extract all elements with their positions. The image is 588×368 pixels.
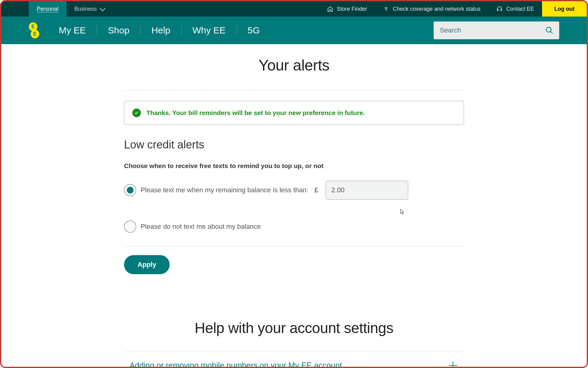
nav-my-ee[interactable]: My EE — [48, 25, 97, 36]
svg-rect-0 — [497, 9, 498, 11]
help-title: Help with your account settings — [124, 320, 464, 336]
search-icon — [545, 26, 554, 35]
tab-personal[interactable]: Personal — [29, 1, 66, 17]
search-input[interactable] — [440, 26, 543, 34]
home-icon — [327, 6, 333, 12]
svg-line-3 — [551, 32, 553, 34]
link-contact-label: Contact EE — [506, 6, 534, 12]
nav-help[interactable]: Help — [140, 25, 181, 36]
link-coverage-label: Check coverage and network status — [393, 6, 481, 12]
link-coverage[interactable]: Check coverage and network status — [375, 1, 488, 17]
ee-logo[interactable]: E E — [29, 22, 37, 38]
radio-row-text-me: Please text me when my remaining balance… — [124, 181, 464, 200]
check-circle-icon — [132, 109, 141, 117]
search-button[interactable] — [543, 24, 556, 36]
success-message: Thanks. Your bill reminders will be set … — [146, 109, 365, 117]
link-contact[interactable]: Contact EE — [488, 1, 542, 17]
tab-personal-label: Personal — [37, 6, 58, 12]
nav-shop[interactable]: Shop — [97, 25, 140, 36]
tab-business[interactable]: Business — [66, 1, 112, 17]
apply-button[interactable]: Apply — [124, 255, 170, 274]
radio-text-me[interactable] — [124, 184, 136, 196]
headset-icon — [496, 6, 503, 12]
utility-bar: Personal Business Store Finder Check cov… — [1, 1, 587, 17]
divider — [124, 246, 464, 247]
divider — [124, 90, 464, 90]
signal-icon — [383, 6, 389, 12]
tab-business-label: Business — [74, 6, 97, 12]
chevron-down-icon — [100, 5, 106, 11]
radio-text-me-label: Please text me when my remaining balance… — [141, 186, 308, 194]
logout-button[interactable]: Log out — [542, 1, 587, 17]
svg-rect-1 — [501, 9, 502, 11]
main-nav: E E My EE Shop Help Why EE 5G — [1, 17, 587, 44]
radio-no-text[interactable] — [124, 220, 136, 233]
link-store-finder[interactable]: Store Finder — [319, 1, 375, 17]
logo-bubble-2: E — [31, 30, 39, 38]
success-alert: Thanks. Your bill reminders will be set … — [124, 101, 464, 125]
currency-symbol: £ — [315, 186, 318, 194]
nav-why-ee[interactable]: Why EE — [181, 25, 236, 36]
accordion-item-1[interactable]: Adding or removing mobile numbers on you… — [124, 351, 464, 367]
nav-5g[interactable]: 5G — [237, 25, 271, 36]
section-title: Low credit alerts — [124, 138, 464, 151]
radio-row-no-text: Please do not text me about my balance — [124, 220, 464, 233]
page-title: Your alerts — [124, 56, 464, 74]
section-subtitle: Choose when to receive free texts to rem… — [124, 162, 464, 170]
plus-icon — [449, 361, 457, 367]
link-store-finder-label: Store Finder — [337, 6, 367, 12]
amount-input[interactable] — [326, 181, 408, 200]
radio-no-text-label: Please do not text me about my balance — [141, 223, 261, 231]
search-box[interactable] — [434, 21, 559, 39]
accordion-label-1: Adding or removing mobile numbers on you… — [130, 361, 342, 367]
svg-point-2 — [546, 27, 551, 32]
logout-label: Log out — [554, 6, 575, 12]
